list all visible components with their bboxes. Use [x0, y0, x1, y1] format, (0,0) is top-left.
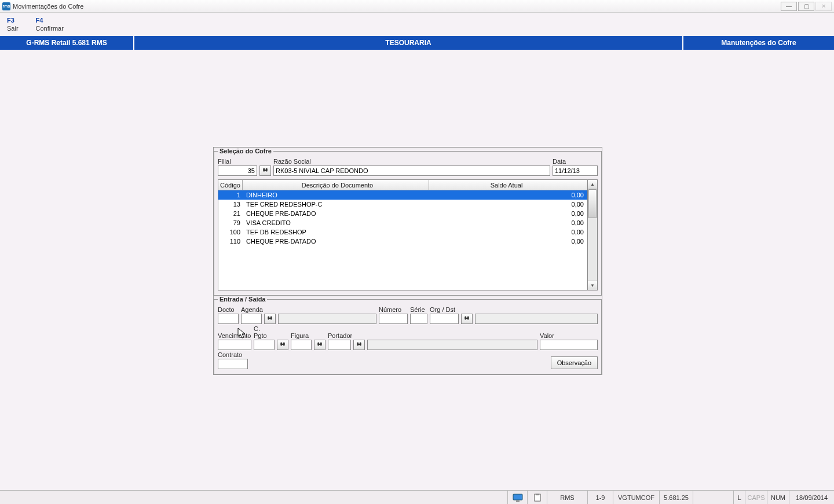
display-agenda-desc	[278, 314, 376, 324]
cell-descricao: TEF CRED REDESHOP-C	[243, 201, 429, 208]
window-titlebar: rms Movimentações do Cofre — ▢ ✕	[0, 0, 834, 13]
input-orgdst[interactable]	[430, 314, 459, 324]
col-header-codigo[interactable]: Código	[218, 180, 243, 190]
group-entrada-saida: Entrada / Saída Docto Agenda Núme	[214, 296, 602, 374]
status-L: L	[733, 491, 745, 504]
window-title: Movimentações do Cofre	[13, 3, 83, 10]
lookup-filial[interactable]	[259, 165, 271, 176]
table-row[interactable]: 21CHEQUE PRE-DATADO0,00	[218, 209, 587, 218]
input-vencimento[interactable]	[218, 340, 251, 350]
scroll-thumb[interactable]	[588, 189, 597, 218]
input-contrato[interactable]	[218, 359, 248, 369]
input-agenda[interactable]	[241, 314, 262, 324]
header-left: G-RMS Retail 5.681 RMS	[0, 36, 134, 50]
cell-codigo: 21	[218, 210, 243, 217]
binoculars-icon	[262, 167, 269, 174]
status-rms: RMS	[547, 491, 587, 504]
lookup-agenda[interactable]	[264, 314, 276, 324]
grid-body: 1DINHEIRO0,0013TEF CRED REDESHOP-C0,0021…	[218, 190, 587, 246]
grid-container: Código Descrição do Documento Saldo Atua…	[218, 179, 598, 290]
table-row[interactable]: 100TEF DB REDESHOP0,00	[218, 227, 587, 237]
scroll-down-icon[interactable]: ▼	[588, 281, 597, 290]
display-portador-desc	[367, 340, 537, 350]
svg-rect-0	[513, 494, 522, 500]
menu-confirmar[interactable]: F4 Confirmar	[36, 14, 64, 35]
minimize-button[interactable]: —	[781, 2, 797, 11]
observacao-button[interactable]: Observação	[551, 356, 598, 369]
status-gap	[693, 491, 733, 504]
input-cpgto[interactable]	[254, 340, 275, 350]
maximize-button[interactable]: ▢	[798, 2, 814, 11]
grid-scrollbar[interactable]: ▲ ▼	[588, 179, 598, 290]
table-row[interactable]: 110CHEQUE PRE-DATADO0,00	[218, 237, 587, 246]
cell-codigo: 110	[218, 238, 243, 245]
lookup-cpgto[interactable]	[277, 340, 288, 350]
app-icon: rms	[2, 2, 10, 10]
input-numero[interactable]	[379, 314, 408, 324]
status-icon-2[interactable]	[527, 491, 547, 504]
main-panel: Seleção do Cofre Filial Razão Social Dat…	[213, 147, 602, 375]
statusbar: RMS 1-9 VGTUMCOF 5.681.25 L CAPS NUM 18/…	[0, 490, 834, 504]
menu-confirmar-key: F4	[36, 17, 43, 24]
cell-descricao: DINHEIRO	[243, 192, 429, 198]
scroll-up-icon[interactable]: ▲	[588, 180, 597, 189]
grid-documentos[interactable]: Código Descrição do Documento Saldo Atua…	[218, 179, 588, 290]
status-icon-1[interactable]	[507, 491, 527, 504]
cell-saldo: 0,00	[429, 229, 587, 236]
menu-sair-label: Sair	[7, 25, 19, 32]
label-portador: Portador	[328, 332, 351, 339]
workarea: Seleção do Cofre Filial Razão Social Dat…	[0, 50, 834, 490]
input-figura[interactable]	[291, 340, 312, 350]
svg-rect-3	[536, 494, 539, 495]
label-data: Data	[553, 158, 598, 165]
lookup-figura[interactable]	[314, 340, 325, 350]
label-vencimento: Vencimento	[218, 332, 251, 339]
status-caps: CAPS	[745, 491, 767, 504]
scroll-track[interactable]	[588, 189, 597, 281]
label-cpgto: C. Pgto	[254, 325, 275, 339]
header-right: Manutenções do Cofre	[683, 36, 834, 50]
input-valor[interactable]	[540, 340, 598, 350]
binoculars-icon	[266, 315, 273, 322]
group-selecao-cofre: Seleção do Cofre Filial Razão Social Dat…	[214, 148, 602, 296]
lookup-portador[interactable]	[353, 340, 365, 350]
input-data[interactable]	[553, 165, 598, 176]
binoculars-icon	[463, 315, 470, 322]
label-docto: Docto	[218, 306, 239, 313]
cell-codigo: 79	[218, 219, 243, 226]
cell-saldo: 0,00	[429, 201, 587, 208]
cell-descricao: TEF DB REDESHOP	[243, 229, 429, 236]
header-bar: G-RMS Retail 5.681 RMS TESOURARIA Manute…	[0, 36, 834, 50]
menu-sair[interactable]: F3 Sair	[7, 14, 19, 35]
status-code: VGTUMCOF	[613, 491, 659, 504]
legend-entrada: Entrada / Saída	[218, 296, 267, 303]
monitor-icon	[513, 494, 523, 502]
cell-descricao: CHEQUE PRE-DATADO	[243, 238, 429, 245]
binoculars-icon	[356, 341, 363, 348]
label-razao: Razão Social	[273, 158, 550, 165]
status-date: 18/09/2014	[789, 491, 834, 504]
table-row[interactable]: 13TEF CRED REDESHOP-C0,00	[218, 200, 587, 209]
input-serie[interactable]	[410, 314, 427, 324]
status-range: 1-9	[587, 491, 613, 504]
input-razao-social[interactable]	[273, 165, 550, 176]
col-header-descricao[interactable]: Descrição do Documento	[243, 180, 429, 190]
table-row[interactable]: 1DINHEIRO0,00	[218, 190, 587, 200]
table-row[interactable]: 79VISA CREDITO0,00	[218, 218, 587, 227]
cell-codigo: 100	[218, 229, 243, 236]
label-valor: Valor	[540, 332, 598, 339]
label-orgdst: Org / Dst	[430, 306, 459, 313]
lookup-orgdst[interactable]	[461, 314, 473, 324]
input-filial[interactable]	[218, 165, 257, 176]
label-numero: Número	[379, 306, 408, 313]
cell-saldo: 0,00	[429, 219, 587, 226]
input-docto[interactable]	[218, 314, 239, 324]
grid-header: Código Descrição do Documento Saldo Atua…	[218, 180, 587, 190]
input-portador[interactable]	[328, 340, 351, 350]
clipboard-icon	[533, 494, 542, 502]
close-button[interactable]: ✕	[815, 2, 832, 11]
cell-descricao: CHEQUE PRE-DATADO	[243, 210, 429, 217]
svg-rect-1	[516, 501, 520, 502]
cell-saldo: 0,00	[429, 192, 587, 198]
col-header-saldo[interactable]: Saldo Atual	[429, 180, 587, 190]
